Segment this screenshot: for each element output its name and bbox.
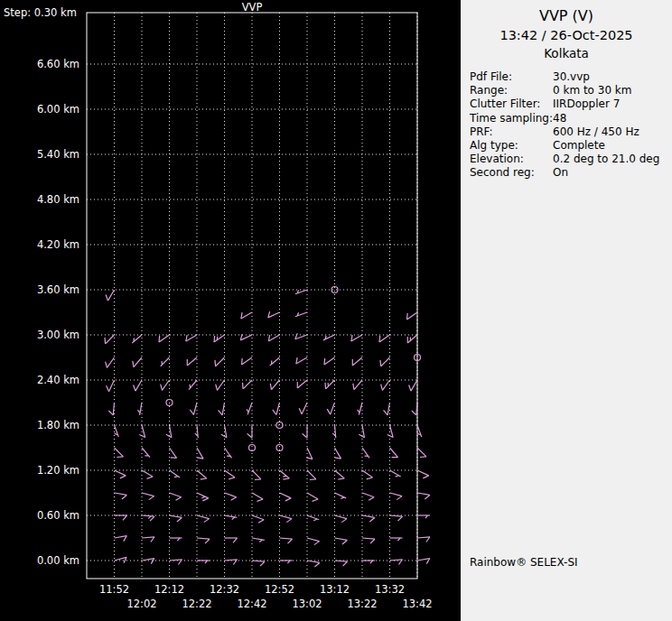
field-row-time-sampling: Time sampling: 48 [470,112,672,125]
field-label: Range: [470,84,553,97]
svg-text:12:32: 12:32 [210,583,239,596]
chart-area: Step: 0.30 km VVP 6.60 km6.00 km5.40 km4… [0,0,461,621]
svg-text:3.60 km: 3.60 km [37,283,79,296]
panel-title: VVP (V) [461,0,672,24]
svg-text:1.20 km: 1.20 km [37,464,79,477]
brand-footer: Rainbow® SELEX-SI [470,556,578,569]
svg-text:13:12: 13:12 [320,583,350,596]
svg-text:1.80 km: 1.80 km [37,419,79,431]
panel-datetime: 13:42 / 26-Oct-2025 [461,24,672,42]
svg-text:0.60 km: 0.60 km [37,509,79,522]
svg-text:12:12: 12:12 [154,583,184,596]
field-row-pdf-file: Pdf File: 30.vvp [470,70,672,84]
svg-text:13:02: 13:02 [292,598,322,610]
field-row-second-reg: Second reg: On [470,166,672,180]
svg-text:6.60 km: 6.60 km [37,58,79,70]
field-value: On [553,166,568,180]
svg-text:4.80 km: 4.80 km [37,193,79,206]
svg-text:3.00 km: 3.00 km [37,329,79,341]
field-value: 600 Hz / 450 Hz [553,125,639,139]
svg-text:12:52: 12:52 [265,583,294,596]
svg-text:5.40 km: 5.40 km [37,148,79,161]
field-row-prf: PRF: 600 Hz / 450 Hz [470,125,672,139]
svg-text:2.40 km: 2.40 km [37,374,79,386]
info-panel: VVP (V) 13:42 / 26-Oct-2025 Kolkata Pdf … [461,0,672,621]
field-value: IIRDoppler 7 [553,97,620,111]
field-list: Pdf File: 30.vvp Range: 0 km to 30 km Cl… [470,70,672,181]
svg-text:0.00 km: 0.00 km [37,554,79,567]
field-row-alg-type: Alg type: Complete [470,139,672,153]
field-label: Pdf File: [470,70,553,84]
field-label: Alg type: [470,139,553,153]
svg-text:13:42: 13:42 [402,598,432,610]
vvp-wind-barb-chart: 6.60 km6.00 km5.40 km4.80 km4.20 km3.60 … [0,0,461,621]
field-label: Elevation: [470,153,553,166]
field-value: 48 [553,112,566,125]
field-label: PRF: [470,125,553,139]
field-value: 30.vvp [553,70,590,84]
panel-site: Kolkata [461,42,672,60]
vvp-window: Step: 0.30 km VVP 6.60 km6.00 km5.40 km4… [0,0,672,621]
field-label: Second reg: [470,166,553,180]
svg-text:12:22: 12:22 [182,598,211,610]
field-row-clutter-filter: Clutter Filter: IIRDoppler 7 [470,97,672,111]
field-row-range: Range: 0 km to 30 km [470,84,672,97]
field-value: 0 km to 30 km [553,84,632,97]
field-label: Clutter Filter: [470,97,553,111]
field-value: Complete [553,139,605,153]
field-value: 0.2 deg to 21.0 deg [553,153,659,166]
svg-text:11:52: 11:52 [99,583,129,596]
svg-text:6.00 km: 6.00 km [37,103,79,116]
svg-text:4.20 km: 4.20 km [37,238,79,251]
svg-text:13:22: 13:22 [347,598,377,610]
svg-text:12:02: 12:02 [126,598,156,610]
svg-text:12:42: 12:42 [237,598,266,610]
svg-text:13:32: 13:32 [375,583,405,596]
field-label: Time sampling: [470,112,553,125]
field-row-elevation: Elevation: 0.2 deg to 21.0 deg [470,153,672,166]
